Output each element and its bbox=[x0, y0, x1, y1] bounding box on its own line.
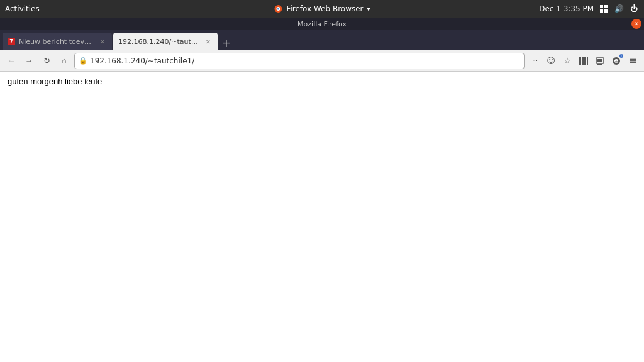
tab2-close-button[interactable]: ✕ bbox=[204, 37, 213, 46]
more-button[interactable]: ··· bbox=[527, 53, 542, 69]
toolbar-right-icons: ··· ☺ ☆ bbox=[527, 53, 640, 69]
lock-icon: 🔒 bbox=[79, 57, 87, 65]
svg-rect-10 bbox=[587, 57, 588, 65]
emoji-button[interactable]: ☺ bbox=[543, 53, 558, 69]
tab1-close-button[interactable]: ✕ bbox=[98, 37, 107, 46]
tab-nieuw-bericht[interactable]: 7 Nieuw bericht toevoegen ✕ bbox=[3, 33, 112, 50]
home-button[interactable]: ⌂ bbox=[57, 53, 72, 69]
svg-rect-12 bbox=[597, 59, 602, 62]
svg-rect-7 bbox=[579, 57, 581, 65]
addons-button[interactable]: + 1 bbox=[609, 53, 624, 69]
tab-bar: 7 Nieuw bericht toevoegen ✕ 192.168.1.24… bbox=[0, 30, 644, 50]
svg-text:+: + bbox=[614, 59, 618, 64]
svg-rect-3 bbox=[600, 5, 603, 8]
page-content: guten morgenh liebe leute bbox=[8, 77, 636, 86]
firefox-titlebar: Mozilla Firefox ✕ bbox=[0, 18, 644, 30]
tab1-label: Nieuw bericht toevoegen bbox=[19, 38, 94, 46]
svg-rect-9 bbox=[584, 57, 586, 65]
bookmark-star-button[interactable]: ☆ bbox=[560, 53, 575, 69]
firefox-title: Mozilla Firefox bbox=[297, 20, 347, 28]
reload-button[interactable]: ↻ bbox=[39, 53, 54, 69]
firefox-close-button[interactable]: ✕ bbox=[631, 19, 641, 29]
datetime-label: Dec 1 3:35 PM bbox=[539, 4, 594, 13]
synced-tabs-button[interactable] bbox=[592, 53, 608, 69]
grid-icon[interactable] bbox=[599, 4, 609, 14]
power-icon[interactable]: ⏻ bbox=[629, 4, 639, 14]
address-bar-text: 192.168.1.240/~tautchile1/ bbox=[90, 57, 520, 65]
gnome-top-bar: Activities Firefox Web Browser ▾ Dec 1 3… bbox=[0, 0, 644, 18]
tab2-label: 192.168.1.240/~tautchile1/ bbox=[118, 38, 200, 46]
svg-rect-8 bbox=[582, 57, 584, 65]
tab1-favicon: 7 bbox=[8, 38, 15, 45]
add-tab-button[interactable]: + bbox=[219, 35, 234, 50]
firefox-window: Mozilla Firefox ✕ 7 Nieuw bericht toevoe… bbox=[0, 18, 644, 362]
svg-rect-6 bbox=[604, 9, 608, 13]
app-dropdown-arrow[interactable]: ▾ bbox=[367, 6, 370, 13]
activities-button[interactable]: Activities bbox=[5, 4, 40, 13]
tab-192-168[interactable]: 192.168.1.240/~tautchile1/ ✕ bbox=[113, 33, 218, 50]
top-bar-left: Activities bbox=[5, 4, 40, 13]
app-name-label: Firefox Web Browser bbox=[286, 4, 363, 13]
library-button[interactable] bbox=[576, 53, 591, 69]
web-content-area: guten morgenh liebe leute bbox=[0, 72, 644, 362]
svg-point-2 bbox=[277, 8, 279, 10]
menu-button[interactable]: ≡ bbox=[625, 53, 640, 69]
toolbar: ← → ↻ ⌂ 🔒 192.168.1.240/~tautchile1/ ···… bbox=[0, 50, 644, 72]
back-button[interactable]: ← bbox=[4, 53, 19, 69]
svg-rect-4 bbox=[604, 5, 608, 8]
top-bar-center: Firefox Web Browser ▾ bbox=[274, 4, 370, 13]
address-bar[interactable]: 🔒 192.168.1.240/~tautchile1/ bbox=[74, 53, 525, 69]
volume-icon[interactable]: 🔊 bbox=[614, 4, 624, 14]
forward-button[interactable]: → bbox=[21, 53, 36, 69]
svg-rect-5 bbox=[600, 9, 603, 13]
svg-rect-13 bbox=[597, 64, 602, 65]
top-bar-right: Dec 1 3:35 PM 🔊 ⏻ bbox=[539, 4, 639, 14]
app-icon bbox=[274, 4, 282, 13]
